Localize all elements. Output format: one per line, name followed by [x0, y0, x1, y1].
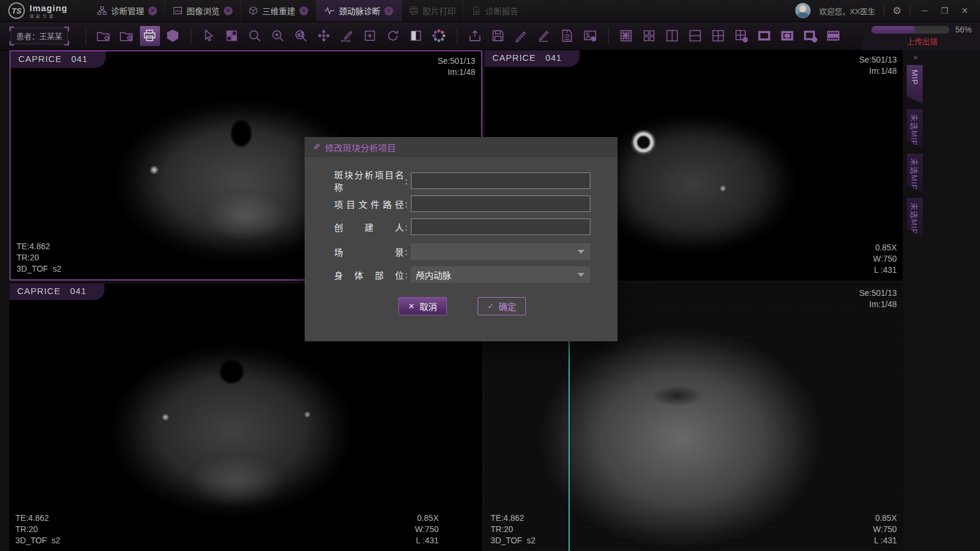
- new-project-icon[interactable]: [117, 26, 137, 46]
- cursor-icon[interactable]: [199, 26, 219, 46]
- upload-status-panel: 56% 上传出错: [844, 22, 980, 50]
- tab-close-icon[interactable]: ✕: [384, 6, 393, 15]
- split-vertical-icon[interactable]: [662, 26, 682, 46]
- series-info-overlay: Se:501/13Im:1/48: [859, 54, 897, 77]
- series-name: CAPRICE: [18, 54, 62, 64]
- zoom-x2-icon[interactable]: x2: [291, 26, 311, 46]
- tab-close-icon[interactable]: ✕: [224, 6, 233, 15]
- tab-3d-reconstruction[interactable]: 三维重建 ✕: [241, 0, 316, 21]
- series-number: 041: [70, 286, 87, 296]
- maximize-button[interactable]: ❐: [939, 6, 950, 15]
- org-chart-icon: [97, 6, 107, 15]
- side-tab-unselected-mip-2[interactable]: 未选MIP: [907, 154, 923, 193]
- layout-quad-icon[interactable]: [708, 26, 729, 46]
- brand-name: Imaging: [30, 4, 68, 12]
- tab-close-icon[interactable]: ✕: [299, 6, 308, 15]
- mip-tab-strip: « MIP 未选MIP 未选MIP 未选MIP: [907, 50, 925, 242]
- cube-icon: [249, 6, 258, 15]
- report-icon: [472, 6, 481, 15]
- close-button[interactable]: ✕: [959, 6, 971, 15]
- tab-carotid-diagnosis[interactable]: 颈动脉诊断 ✕: [316, 0, 401, 21]
- title-bar: TS Imaging 清影华康 诊断管理 ✕ 图像浏览 ✕: [0, 0, 980, 22]
- report-plus-icon[interactable]: [557, 26, 577, 46]
- invert-icon[interactable]: [406, 26, 426, 46]
- minimize-button[interactable]: ─: [919, 6, 930, 15]
- series-name: CAPRICE: [17, 286, 61, 296]
- upload-progress-bar: [871, 26, 949, 34]
- tab-label: 诊断管理: [111, 5, 144, 17]
- file-path-input[interactable]: [411, 195, 590, 212]
- tab-label: 胶片打印: [423, 5, 456, 17]
- window-level-overlay: 0.85XW:750L :431: [873, 513, 897, 546]
- series-tag: CAPRICE 041: [9, 283, 104, 300]
- acquisition-overlay: TE:4.862TR:203D_TOF s2: [491, 513, 535, 546]
- confirm-button[interactable]: ✓ 确定: [478, 297, 526, 315]
- cube-3d-icon[interactable]: [163, 26, 183, 46]
- measure-icon[interactable]: [337, 26, 357, 46]
- crop-icon[interactable]: [360, 26, 380, 46]
- scene-select[interactable]: [411, 243, 590, 260]
- upload-error-text: 上传出错: [907, 35, 937, 47]
- series-tag: CAPRICE 041: [11, 51, 106, 68]
- series-info-overlay: Se:501/13Im:1/48: [859, 288, 897, 310]
- collapse-panel-icon[interactable]: «: [907, 53, 925, 61]
- rect-remove-icon[interactable]: [801, 26, 821, 46]
- body-part-select-value: 颅内动脉: [416, 269, 451, 281]
- cine-film-icon[interactable]: [824, 26, 844, 46]
- tab-label: 图像浏览: [187, 5, 220, 17]
- image-icon: [173, 6, 182, 15]
- dialog-title: 修改斑块分析项目: [325, 141, 396, 154]
- series-name: CAPRICE: [492, 53, 536, 63]
- body-part-select[interactable]: 颅内动脉: [411, 266, 590, 283]
- field-label-project-name: 斑块分析项目名称: [334, 168, 404, 193]
- side-tab-unselected-mip-1[interactable]: 未选MIP: [907, 109, 923, 148]
- field-label-body-part: 身体部位: [334, 269, 404, 281]
- tab-film-print[interactable]: 胶片打印: [401, 0, 464, 21]
- user-greeting: 欢迎您，XX医生: [819, 5, 875, 17]
- rotate-icon[interactable]: [383, 26, 403, 46]
- tab-image-browse[interactable]: 图像浏览 ✕: [165, 0, 241, 21]
- project-name-input[interactable]: [411, 172, 590, 189]
- application-window: TS Imaging 清影华康 诊断管理 ✕ 图像浏览 ✕: [0, 0, 980, 551]
- print-icon[interactable]: [140, 26, 160, 46]
- user-avatar[interactable]: [795, 3, 811, 18]
- image-export-icon[interactable]: [580, 26, 600, 46]
- export-icon[interactable]: [465, 26, 485, 46]
- cancel-button[interactable]: ✕ 取消: [398, 297, 447, 315]
- tab-diagnosis-management[interactable]: 诊断管理 ✕: [90, 0, 165, 21]
- shape-rect-icon[interactable]: [754, 26, 775, 46]
- grid-4x4-icon[interactable]: [616, 26, 636, 46]
- toolbar: 患者：王某某: [0, 22, 980, 50]
- brand-subtitle: 清影华康: [30, 14, 68, 18]
- zoom-in-icon[interactable]: [268, 26, 288, 46]
- series-number: 041: [545, 53, 562, 63]
- field-label-creator: 创建人: [334, 221, 404, 233]
- acquisition-overlay: TE:4.862TR:203D_TOF s2: [17, 241, 61, 275]
- split-horizontal-icon[interactable]: [685, 26, 705, 46]
- series-tag: CAPRICE 041: [485, 50, 580, 67]
- upload-progress-percent: 56%: [955, 25, 972, 34]
- draw-line-icon[interactable]: [534, 26, 554, 46]
- creator-input[interactable]: [411, 219, 590, 235]
- pseudocolor-icon[interactable]: [429, 26, 449, 46]
- side-tab-mip[interactable]: MIP: [907, 65, 923, 104]
- close-icon: ✕: [409, 302, 415, 311]
- edit-pencil-icon: ✎: [313, 142, 321, 152]
- app-logo: TS Imaging 清影华康: [0, 0, 90, 21]
- side-tab-unselected-mip-3[interactable]: 未选MIP: [907, 198, 923, 237]
- shape-ellipse-icon[interactable]: [778, 26, 798, 46]
- grid-remove-icon[interactable]: [731, 26, 752, 46]
- tab-close-icon[interactable]: ✕: [148, 6, 157, 15]
- magnify-icon[interactable]: [245, 26, 265, 46]
- chevron-down-icon: [577, 273, 584, 277]
- tab-diagnosis-report[interactable]: 诊断报告: [464, 0, 527, 21]
- pan-icon[interactable]: [314, 26, 334, 46]
- layout-blocks-icon[interactable]: [639, 26, 659, 46]
- pen-icon[interactable]: [511, 26, 531, 46]
- save-icon[interactable]: [488, 26, 508, 46]
- open-project-icon[interactable]: [94, 26, 114, 46]
- field-label-scene: 场景: [334, 246, 404, 258]
- settings-gear-icon[interactable]: ⚙: [893, 5, 901, 17]
- logo-icon: TS: [8, 2, 25, 19]
- layout-swap-icon[interactable]: [222, 26, 242, 46]
